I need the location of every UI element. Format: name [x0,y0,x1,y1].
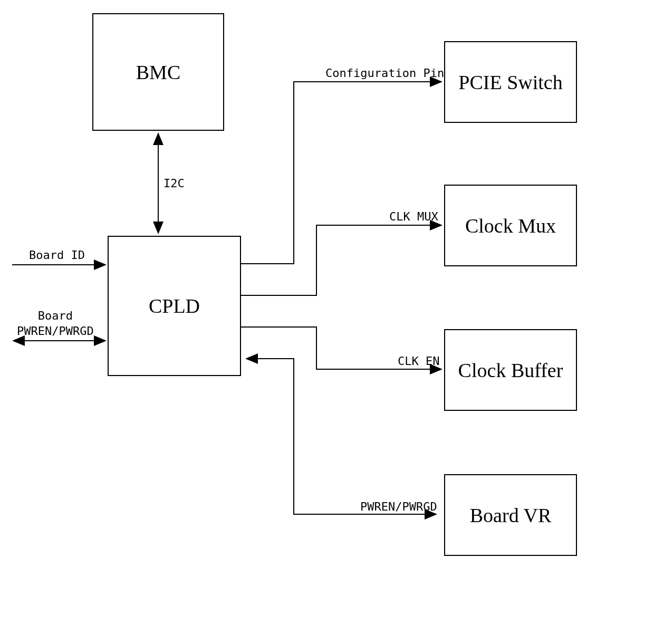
pwren-pwrgd-signal-label: PWREN/PWRGD [360,500,437,513]
configuration-pin-signal-label: Configuration Pin [325,66,444,80]
board-pwren-pwrgd-input-label: Board PWREN/PWRGD [17,309,94,339]
clk-en-signal-label: CLK EN [398,354,439,368]
bmc-label: BMC [136,61,180,84]
clock-mux-block: Clock Mux [444,185,577,266]
board-vr-block: Board VR [444,474,577,556]
clock-buffer-label: Clock Buffer [458,359,563,382]
board-vr-label: Board VR [470,504,551,527]
clk-mux-signal-label: CLK MUX [389,210,438,223]
board-id-input-label: Board ID [29,248,85,263]
bmc-block: BMC [92,13,224,131]
clock-buffer-block: Clock Buffer [444,329,577,411]
cpld-label: CPLD [149,294,200,318]
cpld-block: CPLD [108,236,241,376]
pcie-switch-block: PCIE Switch [444,41,577,123]
i2c-signal-label: I2C [164,177,185,190]
clock-mux-label: Clock Mux [465,214,556,237]
pcie-switch-label: PCIE Switch [458,71,562,94]
